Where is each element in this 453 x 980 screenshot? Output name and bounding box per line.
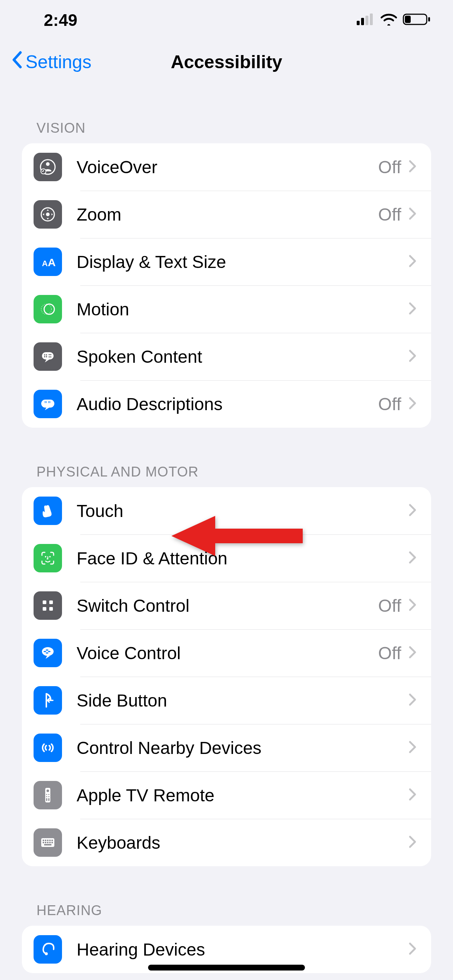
chevron-right-icon [408,942,416,957]
row-label: Apple TV Remote [77,785,401,805]
svg-rect-17 [44,355,45,355]
svg-rect-21 [48,355,51,355]
row-keyboards[interactable]: Keyboards [22,819,431,866]
chevron-right-icon [408,598,416,613]
row-face-id[interactable]: Face ID & Attention [22,535,431,582]
row-zoom[interactable]: Zoom Off [22,191,431,238]
side-button-icon [33,686,62,714]
row-label: Display & Text Size [77,252,401,272]
content-scroll[interactable]: VISION VoiceOver Off Zoom Off [0,113,453,973]
svg-rect-47 [43,842,44,843]
status-time: 2:49 [44,10,77,30]
row-audio-descriptions[interactable]: ”” Audio Descriptions Off [22,380,431,428]
section-physical: PHYSICAL AND MOTOR Touch Face ID & Atten… [22,457,431,866]
chevron-right-icon [408,255,416,269]
voiceover-icon [33,153,62,181]
svg-point-27 [49,556,51,557]
svg-point-36 [48,794,49,795]
svg-rect-45 [49,840,51,841]
svg-rect-1 [361,18,364,25]
svg-point-14 [44,304,54,314]
svg-rect-2 [365,16,368,25]
row-switch-control[interactable]: Switch Control Off [22,582,431,629]
row-label: Voice Control [77,643,378,663]
svg-rect-39 [46,798,47,801]
svg-rect-22 [48,356,51,357]
svg-point-37 [46,796,47,797]
apple-tv-remote-icon [33,781,62,810]
chevron-right-icon [408,160,416,174]
svg-rect-3 [370,13,373,25]
row-side-button[interactable]: Side Button [22,677,431,724]
status-icons [357,13,431,27]
nav-bar: Settings Accessibility [0,40,453,84]
row-control-nearby-devices[interactable]: Control Nearby Devices [22,724,431,772]
chevron-right-icon [408,302,416,317]
svg-text:”: ” [48,401,51,407]
group-vision: VoiceOver Off Zoom Off AA Display & Text… [22,143,431,428]
chevron-right-icon [408,740,416,755]
spoken-content-icon [33,342,62,371]
row-spoken-content[interactable]: Spoken Content [22,333,431,380]
row-label: Spoken Content [77,347,401,367]
svg-rect-20 [46,356,47,357]
svg-point-26 [45,556,46,557]
home-indicator[interactable] [148,965,305,970]
svg-text:A: A [48,256,56,268]
row-detail: Off [378,596,401,616]
row-apple-tv-remote[interactable]: Apple TV Remote [22,772,431,819]
section-header-hearing: HEARING [22,896,431,926]
svg-rect-28 [43,600,46,604]
svg-rect-29 [49,600,53,604]
svg-point-53 [45,952,48,955]
wifi-icon [380,13,397,27]
battery-icon [403,13,431,27]
row-label: Motion [77,299,401,320]
row-label: Keyboards [77,833,401,853]
svg-text:A: A [42,259,48,268]
motion-icon [33,295,62,323]
row-display-text-size[interactable]: AA Display & Text Size [22,238,431,285]
svg-rect-19 [44,356,45,357]
row-label: Side Button [77,690,401,711]
row-motion[interactable]: Motion [22,285,431,333]
chevron-right-icon [408,349,416,364]
section-header-vision: VISION [22,113,431,143]
svg-text:”: ” [44,401,47,407]
hearing-devices-icon [33,935,62,964]
svg-point-11 [46,213,49,216]
row-label: Touch [77,501,401,521]
page-title: Accessibility [171,51,282,73]
row-touch[interactable]: Touch [22,487,431,535]
audio-descriptions-icon: ”” [33,390,62,418]
row-label: Hearing Devices [77,940,401,959]
row-detail: Off [378,205,401,224]
section-hearing: HEARING Hearing Devices [22,896,431,973]
row-label: VoiceOver [77,157,378,177]
row-voiceover[interactable]: VoiceOver Off [22,143,431,191]
row-label: Audio Descriptions [77,394,378,414]
svg-rect-18 [46,355,47,355]
back-label: Settings [26,51,91,73]
control-nearby-icon [33,733,62,762]
back-button[interactable]: Settings [11,51,91,73]
switch-control-icon [33,591,62,620]
row-detail: Off [378,643,401,663]
group-physical: Touch Face ID & Attention Switch Control… [22,487,431,866]
svg-point-8 [46,162,49,166]
svg-rect-30 [43,607,46,611]
svg-rect-48 [45,842,46,843]
svg-rect-50 [49,842,51,843]
svg-rect-5 [405,16,411,23]
keyboards-icon [33,828,62,857]
svg-rect-46 [51,840,53,841]
row-voice-control[interactable]: Voice Control Off [22,629,431,677]
chevron-right-icon [408,835,416,850]
svg-rect-31 [49,607,53,611]
row-detail: Off [378,157,401,177]
row-label: Switch Control [77,596,378,616]
text-size-icon: AA [33,248,62,276]
section-header-physical: PHYSICAL AND MOTOR [22,457,431,487]
chevron-right-icon [408,397,416,411]
row-detail: Off [378,394,401,414]
